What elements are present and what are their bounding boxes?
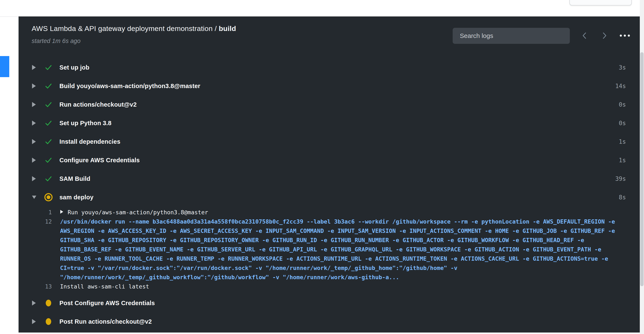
step-status-icon [44,118,53,128]
check-icon [44,63,53,72]
step-name: SAM Build [60,175,90,182]
log-line[interactable]: 1 Run youyo/aws-sam-action/python3.8@mas… [18,208,636,217]
step-name: Set up job [60,64,89,71]
disclosure-icon [32,157,37,163]
check-icon [44,119,53,127]
step-duration: 8s [619,194,626,201]
step-name: Post Run actions/checkout@v2 [60,318,152,325]
step-name: Post Configure AWS Credentials [60,300,155,306]
search-input[interactable] [453,28,570,44]
page-title: AWS Lambda & API gateway deployment demo… [32,24,236,33]
disclosure-icon [32,194,37,200]
step-duration: 14s [615,82,626,90]
log-text-content: /usr/bin/docker run --name b3ac6488aa0d3… [60,218,618,280]
step-status-icon [44,63,53,72]
step-name: Configure AWS Credentials [60,157,140,164]
step-status-icon [44,100,53,109]
step-row[interactable]: Build youyo/aws-sam-action/python3.8@mas… [18,77,640,95]
step-duration: 3s [619,64,626,71]
log-text-content: Install aws-sam-cli latest [60,283,149,290]
step-row[interactable]: Post Configure AWS Credentials [18,294,640,312]
header-buttons [579,28,630,44]
log-settings-button[interactable] [619,30,630,42]
log-line: 13 Install aws-sam-cli latest [18,282,636,291]
step-name: Set up Python 3.8 [60,120,112,127]
step-row[interactable]: Set up job 3s [18,58,640,77]
queued-dot-icon [45,300,52,306]
scrollbar-thumb[interactable] [640,52,644,286]
in-progress-spinner-icon [44,193,53,202]
step-status-icon [44,192,53,202]
queued-dot-icon [45,318,52,325]
disclosure-icon [32,120,37,126]
check-icon [44,100,53,109]
next-match-button[interactable] [599,30,610,42]
disclosure-icon [32,318,37,325]
started-timestamp: started 1m 6s ago [32,38,80,44]
check-icon [44,156,53,164]
disclosure-icon [32,138,37,145]
log-block: 1 Run youyo/aws-sam-action/python3.8@mas… [18,206,640,294]
step-status-icon [44,317,53,326]
panel-header: AWS Lambda & API gateway deployment demo… [18,16,640,58]
prev-match-button[interactable] [579,30,590,42]
check-icon [44,138,53,146]
disclosure-icon [32,64,37,70]
disclosure-icon [32,300,37,306]
check-icon [44,82,53,90]
step-row[interactable]: Run actions/checkout@v2 0s [18,95,640,114]
job-name: build [219,24,236,32]
step-status-icon [44,174,53,183]
disclosure-icon [32,83,37,89]
disclosure-icon [32,101,37,108]
log-group-toggle-icon[interactable] [60,207,64,217]
log-line-number[interactable]: 12 [18,217,52,282]
step-duration: 0s [619,120,626,127]
step-row[interactable]: Post Run actions/checkout@v2 [18,312,640,331]
step-duration: 1s [619,157,626,164]
log-line-text: /usr/bin/docker run --name b3ac6488aa0d3… [60,217,631,282]
cutoff-popup [570,0,632,6]
step-row[interactable]: sam deploy 8s [18,188,640,206]
step-status-icon [44,81,53,90]
step-name: Install dependencies [60,138,120,145]
step-status-icon [44,137,53,146]
step-row[interactable]: Install dependencies 1s [18,132,640,151]
step-row[interactable]: Configure AWS Credentials 1s [18,151,640,170]
step-row[interactable]: Set up Python 3.8 0s [18,114,640,132]
page-scrollbar [640,0,644,334]
disclosure-icon [32,176,37,182]
step-status-icon [44,298,53,308]
log-panel: AWS Lambda & API gateway deployment demo… [18,16,640,332]
step-name: Build youyo/aws-sam-action/python3.8@mas… [60,82,200,90]
check-icon [44,174,53,183]
log-line-number[interactable]: 13 [18,282,52,291]
kebab-menu-icon [619,34,630,38]
workflow-title: AWS Lambda & API gateway deployment demo… [32,24,217,32]
log-line-text: Run youyo/aws-sam-action/python3.8@maste… [60,208,631,217]
step-name: Run actions/checkout@v2 [60,101,136,108]
browser-top-bar [0,0,644,17]
active-job-indicator [0,56,9,77]
log-line-number[interactable]: 1 [18,208,52,217]
log-text-content: Run youyo/aws-sam-action/python3.8@maste… [68,209,208,216]
step-status-icon [44,156,53,165]
step-row[interactable]: SAM Build 39s [18,170,640,188]
steps-list: Set up job 3s Build youyo/aws-sam-action… [18,58,640,331]
step-name: sam deploy [60,194,94,201]
log-line-text: Install aws-sam-cli latest [60,282,631,291]
log-line: 12 /usr/bin/docker run --name b3ac6488aa… [18,217,636,282]
step-duration: 1s [619,138,626,145]
step-duration: 39s [615,175,626,182]
chevron-right-icon [602,32,607,40]
chevron-left-icon [582,32,587,40]
step-duration: 0s [619,101,626,108]
